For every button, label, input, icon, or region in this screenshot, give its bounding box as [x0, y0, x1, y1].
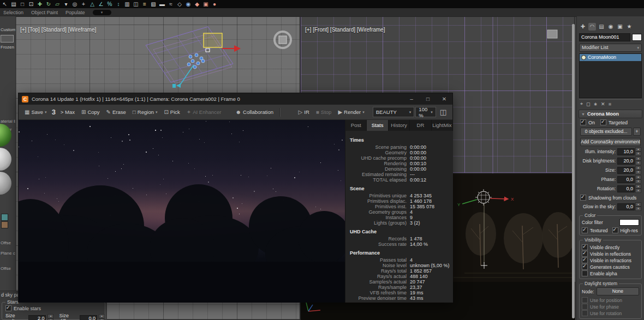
select-icon[interactable]: ↖ [2, 1, 8, 8]
spinner-arrows[interactable]: ▴▾ [635, 147, 641, 156]
percent-snap-icon[interactable]: % [106, 1, 113, 8]
textured-checkbox[interactable]: Textured [582, 227, 608, 233]
close-button[interactable]: ✕ [436, 93, 452, 105]
vfb-tab[interactable]: DR [410, 120, 431, 131]
vfb-tab[interactable]: LightMix [432, 120, 453, 131]
create-tab-icon[interactable]: ✚ [579, 23, 587, 31]
visibility-checkbox[interactable]: Visible in reflections [582, 251, 639, 257]
targeted-checkbox[interactable]: Targeted [600, 119, 628, 125]
spinner-arrows[interactable]: ▴▾ [635, 184, 641, 193]
save-button[interactable]: ▦ Save▾ [22, 107, 50, 117]
enable-stars-checkbox[interactable]: Enable stars [5, 305, 105, 311]
ribbon-tab[interactable]: Selection [3, 10, 23, 15]
color-filter-swatch[interactable] [619, 219, 639, 226]
modifier-stack-item[interactable]: CoronaMoon [580, 54, 641, 61]
shadowing-checkbox[interactable]: Shadowing from clouds [580, 195, 641, 201]
region-button[interactable]: □ Region▾ [130, 107, 160, 117]
motion-tab-icon[interactable]: ◉ [607, 23, 615, 31]
spinner-arrows[interactable]: ▴▾ [635, 156, 641, 165]
wirecolor-swatch[interactable] [632, 34, 642, 41]
node-pick-button[interactable]: None [597, 287, 639, 295]
named-selection-icon[interactable]: ▥ [124, 1, 130, 8]
select-by-name-icon[interactable]: ▤ [10, 1, 17, 8]
erase-button[interactable]: ✎Erase [104, 107, 129, 117]
spinner-value[interactable]: 20,0 [617, 158, 635, 165]
spinner-value[interactable]: 0,0 [617, 185, 635, 192]
viewport-scrollbar[interactable] [572, 24, 575, 318]
ab-compare-button[interactable]: ◫ [437, 106, 449, 118]
vfb-title-bar[interactable]: C Corona 14 Update 1 (Hotfix 1) | 1146×6… [19, 93, 452, 105]
visibility-checkbox[interactable]: Visible directly [582, 244, 639, 250]
layer-manager-icon[interactable]: ▧ [150, 1, 157, 8]
manipulate-icon[interactable]: + [80, 1, 87, 8]
vfb-tab[interactable]: Stats [367, 120, 388, 131]
render-production-icon[interactable]: ● [211, 1, 218, 8]
rollout-fragment[interactable]: d sky pa [1, 292, 20, 298]
exclude-add-button[interactable]: + [633, 128, 641, 136]
modify-tab-icon[interactable]: ◠ [588, 23, 596, 31]
stop-button[interactable]: ■Stop [313, 107, 335, 117]
render-setup-icon[interactable]: ◆ [194, 1, 200, 8]
viewport-front-label[interactable]: [+] [Front] [Standard] [Wireframe] [305, 27, 385, 33]
ai-enhancer-button[interactable]: ✦AI Enhancer [184, 107, 224, 117]
angle-snap-icon[interactable]: ∠ [98, 1, 104, 8]
scale-icon[interactable]: ▱ [54, 1, 61, 8]
ribbon-toggle-icon[interactable]: ▬ [159, 1, 165, 8]
minimize-button[interactable]: – [403, 93, 420, 105]
align-icon[interactable]: ≡ [141, 1, 148, 8]
spinner-arrows[interactable]: ▴▾ [635, 166, 641, 174]
customize-menu-label[interactable]: Customize [1, 27, 16, 32]
size-diff-spinner[interactable]: ▴▾ [99, 314, 105, 320]
highres-checkbox[interactable]: High-res [612, 227, 638, 233]
spinner-value[interactable]: 20,0 [617, 167, 635, 174]
to-max-button[interactable]: > Max [58, 107, 77, 117]
visibility-checkbox[interactable]: Visible in refractions [582, 257, 639, 263]
schematic-view-icon[interactable]: ◇ [176, 1, 183, 8]
vfb-tab[interactable]: Post [345, 120, 367, 131]
render-button[interactable]: ▶ Render▾ [335, 107, 367, 117]
zoom-select[interactable]: 100 %▾ [415, 107, 436, 117]
coord-system-icon[interactable]: ▾ [63, 1, 69, 8]
viewport-top-label[interactable]: [+] [Top] [Standard] [Wireframe] [20, 27, 96, 33]
size-mult-spinner[interactable]: ▴▾ [47, 314, 53, 320]
spinner-arrows[interactable]: ▴▾ [635, 202, 641, 211]
material-editor-icon[interactable]: ◉ [185, 1, 192, 8]
mirror-icon[interactable]: ◫ [133, 1, 139, 8]
add-corona-sky-button[interactable]: Add CoronaSky environment [580, 138, 641, 146]
size-diff-value[interactable]: 0,0 [80, 315, 97, 320]
daylight-toggle[interactable]: Use for phase [582, 304, 639, 310]
maximize-button[interactable]: □ [420, 93, 436, 105]
configure-modifier-sets-icon[interactable]: ≡ [609, 101, 611, 107]
pick-button[interactable]: ⊡Pick [161, 107, 182, 117]
object-name-field[interactable]: Corona Moon001 [579, 33, 630, 41]
modifier-stack[interactable]: CoronaMoon [579, 53, 642, 98]
size-mult-value[interactable]: 2,0 [28, 315, 46, 320]
daylight-toggle[interactable]: Use for rotation [582, 310, 639, 316]
material-sample-sphere[interactable] [0, 148, 11, 171]
snap-toggle-icon[interactable]: △ [89, 1, 96, 8]
material-sample-sphere[interactable] [0, 172, 11, 195]
show-end-result-icon[interactable]: ◻ [586, 101, 590, 107]
rotate-icon[interactable]: ↻ [45, 1, 52, 8]
spinner-value[interactable]: 10,0 [617, 148, 635, 155]
crossing-select-icon[interactable]: ⊡ [28, 1, 34, 8]
corona-moon-rollout[interactable]: ▼ Corona Moon [579, 110, 642, 118]
rendered-image[interactable] [19, 120, 345, 303]
spinner-arrows[interactable]: ▴▾ [635, 175, 641, 184]
curve-editor-icon[interactable]: ≈ [168, 1, 174, 8]
spinner-value[interactable]: 0,0 [617, 203, 635, 210]
make-unique-icon[interactable]: ∗ [594, 101, 598, 107]
spinner-snap-icon[interactable]: ↕ [115, 1, 122, 8]
vfb-tab[interactable]: History [389, 120, 410, 131]
rect-select-icon[interactable]: □ [19, 1, 26, 8]
utilities-tab-icon[interactable]: ★ [625, 23, 633, 31]
spinner-value[interactable]: 0,0 [617, 176, 635, 183]
daylight-toggle[interactable]: Use for position [582, 297, 639, 303]
pivot-center-icon[interactable]: ◎ [71, 1, 78, 8]
material-tool-icon[interactable] [1, 214, 8, 221]
modifier-list-dropdown[interactable]: Modifier List ▾ [579, 44, 642, 52]
exclude-objects-button[interactable]: 0 objects excluded... [580, 128, 632, 136]
hierarchy-tab-icon[interactable]: ▤ [598, 23, 605, 31]
collaboration-button[interactable]: ☻Collaboration [233, 107, 277, 117]
render-pass-select[interactable]: BEAUTY▾ [373, 107, 415, 117]
